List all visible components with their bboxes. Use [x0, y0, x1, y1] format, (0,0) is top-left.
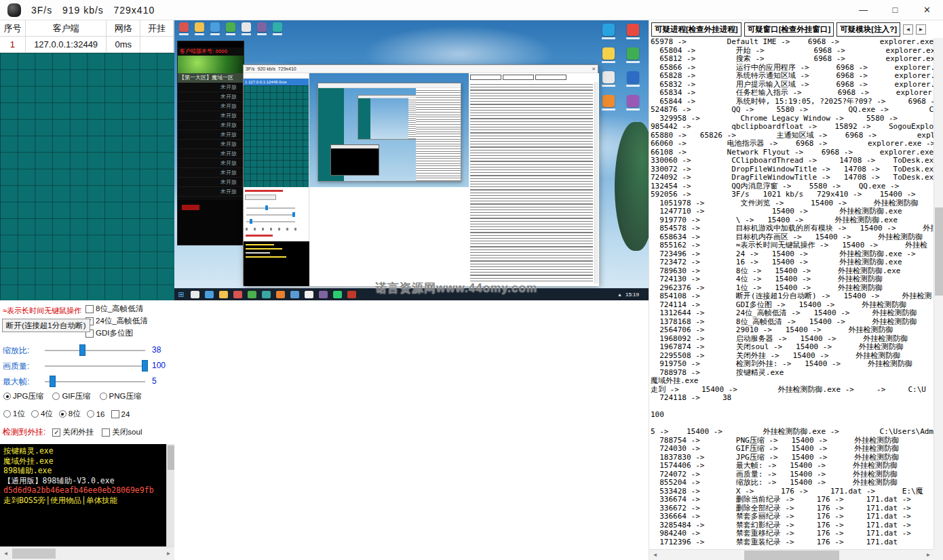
server-row[interactable]: 未开放: [178, 121, 244, 130]
server-row[interactable]: 未开放: [178, 159, 244, 168]
compression-option[interactable]: JPG压缩: [3, 391, 43, 401]
process-line: 1837830 -> JPG压缩 -> 15400 -> 外挂检测防御: [651, 454, 934, 462]
desktop-icon[interactable]: [600, 95, 617, 111]
process-list[interactable]: 65978 -> Default IME -> 6968 -> explorer…: [651, 38, 934, 549]
option-label: 1位: [13, 409, 25, 419]
taskbar-app-icon[interactable]: [219, 291, 228, 298]
taskbar-app-icon[interactable]: [305, 291, 313, 298]
taskbar-app-icon[interactable]: [191, 291, 199, 298]
taskbar-app-icon[interactable]: [233, 291, 242, 298]
taskbar-app-icon[interactable]: [333, 291, 342, 298]
desktop-icon[interactable]: [225, 22, 236, 35]
scrollbar-thumb[interactable]: [744, 551, 839, 560]
slider-rows: 缩放比:38画质量:100最大帧:5: [0, 342, 174, 389]
desktop-icon[interactable]: [600, 71, 617, 87]
scroll-right-arrow[interactable]: ►: [923, 550, 934, 560]
slider-track[interactable]: [45, 365, 145, 367]
console-line: d5d6d9a2bb46eafb46ee0eb28069e9fb: [3, 485, 154, 496]
client-grid[interactable]: [0, 53, 174, 300]
radio-icon: [31, 410, 39, 418]
scrollbar-thumb[interactable]: [168, 445, 174, 470]
quality-option[interactable]: GDI多位图: [85, 328, 148, 338]
server-row[interactable]: 未开放: [178, 178, 244, 187]
process-line: 330072 -> DropFileWindowTitle -> 14708 -…: [651, 165, 934, 174]
slider-handle[interactable]: [79, 344, 85, 356]
desktop-icon[interactable]: [256, 22, 267, 35]
server-row[interactable]: 未开放: [178, 92, 244, 102]
scroll-right-arrow[interactable]: ►: [163, 547, 174, 560]
tab-suspicious-window[interactable]: 可疑窗口[检查外挂窗口]: [744, 22, 834, 37]
desktop-icon[interactable]: [624, 71, 642, 87]
taskbar-app-icon[interactable]: [262, 291, 271, 298]
server-row[interactable]: 未开放: [178, 83, 244, 92]
slider-row: 缩放比:38: [0, 342, 174, 358]
scrollbar-thumb[interactable]: [12, 548, 56, 559]
bit24-option[interactable]: 24: [111, 409, 130, 419]
maximize-button[interactable]: □: [879, 0, 911, 20]
left-horizontal-scrollbar[interactable]: ◄ ►: [0, 546, 174, 560]
scroll-left-arrow[interactable]: ◄: [0, 547, 12, 560]
server-row[interactable]: 未开放: [178, 149, 244, 159]
server-row[interactable]: 未开放: [178, 140, 244, 149]
taskbar-app-icon[interactable]: [276, 291, 285, 298]
taskbar-app-icon[interactable]: [248, 291, 256, 298]
server-row[interactable]: 未开放: [178, 130, 244, 140]
client-row[interactable]: 1 127.0.0.1:32449 0ms: [0, 37, 174, 53]
start-button-icon[interactable]: ⊞: [174, 289, 188, 300]
server-row[interactable]: 未开放: [178, 187, 244, 197]
desktop-icon[interactable]: [193, 22, 205, 35]
server-row[interactable]: 未开放: [178, 168, 244, 178]
scrollbar-thumb[interactable]: [935, 207, 943, 296]
bit-option[interactable]: 4位: [31, 409, 53, 419]
close-button[interactable]: ✕: [911, 0, 943, 20]
compression-option[interactable]: GIF压缩: [52, 391, 90, 401]
slider-handle[interactable]: [142, 360, 148, 372]
process-line: 65866 -> 运行中的应用程序 -> 6968 -> explorer.ex…: [651, 64, 934, 73]
slider-track[interactable]: [45, 350, 145, 351]
tab-suspicious-process[interactable]: 可疑进程[检查外挂进程]: [651, 22, 742, 37]
disconnect-button[interactable]: 断开(连接超1分自动断): [2, 319, 90, 332]
desktop-icon[interactable]: [600, 24, 617, 39]
minimize-button[interactable]: —: [847, 0, 879, 20]
taskbar-app-icon[interactable]: [319, 291, 328, 298]
taskbar-app-icon[interactable]: [290, 291, 299, 298]
tab-nav-left-icon[interactable]: ◄: [903, 24, 913, 35]
detect-row: 检测到外挂: ✓关闭外挂关闭soul: [3, 426, 142, 438]
bit-option[interactable]: 8位: [59, 409, 81, 419]
quality-option[interactable]: ✓24位_高帧低清: [85, 316, 148, 326]
server-row[interactable]: 未开放: [178, 102, 244, 111]
tab-nav-right-icon[interactable]: ►: [916, 24, 926, 35]
desktop-icon[interactable]: [624, 24, 642, 39]
desktop-icon[interactable]: [600, 47, 617, 63]
bit-option[interactable]: 16: [87, 409, 105, 419]
tray-expand-icon[interactable]: ▲: [617, 292, 622, 297]
bit-option[interactable]: 1位: [3, 409, 25, 419]
detect-option[interactable]: ✓关闭外挂: [52, 427, 94, 437]
taskbar-app-icon[interactable]: [205, 291, 214, 298]
detection-console[interactable]: 按键精灵.exe魔域外挂.exe898辅助.exe【通用版】898辅助-V3.0…: [0, 444, 174, 546]
desktop-icon[interactable]: [209, 22, 220, 35]
detect-option[interactable]: 关闭soul: [102, 427, 142, 437]
process-list-horizontal-scrollbar[interactable]: ◄ ►: [649, 549, 934, 560]
tab-suspicious-module[interactable]: 可疑模块[注入?]: [836, 22, 900, 37]
quality-checkboxes: 8位_高帧低清✓24位_高帧低清GDI多位图: [85, 304, 148, 338]
process-line: 336674 -> 删除当前纪录 -> 176 -> 171.dat ->: [651, 496, 934, 504]
desktop-icon[interactable]: [624, 95, 642, 111]
console-vertical-scrollbar[interactable]: [166, 444, 174, 546]
desktop-icon[interactable]: [624, 47, 642, 63]
option-label: GDI多位图: [96, 328, 133, 338]
slider-handle[interactable]: [50, 376, 56, 387]
process-line: 1247710 -> 15400 -> 外挂检测防御.exe: [651, 207, 934, 216]
desktop-icon[interactable]: [178, 22, 189, 35]
taskbar-app-icon[interactable]: [347, 291, 356, 298]
quality-option[interactable]: 8位_高帧低清: [85, 304, 148, 314]
server-row[interactable]: 未开放: [178, 111, 244, 121]
client-panel: 序号 客户端 网络 开挂 1 127.0.0.1:32449 0ms ≈表示长时…: [0, 20, 174, 560]
desktop-icon[interactable]: [271, 22, 283, 35]
process-list-vertical-scrollbar[interactable]: [934, 38, 943, 549]
scroll-left-arrow[interactable]: ◄: [649, 550, 661, 560]
desktop-icon[interactable]: [240, 22, 252, 35]
remote-desktop-view[interactable]: 客户端版本号: 6666 【第一大区】魔域一区 未开放未开放未开放未开放未开放未…: [174, 20, 649, 300]
compression-option[interactable]: PNG压缩: [100, 391, 142, 401]
slider-track[interactable]: [45, 381, 145, 382]
